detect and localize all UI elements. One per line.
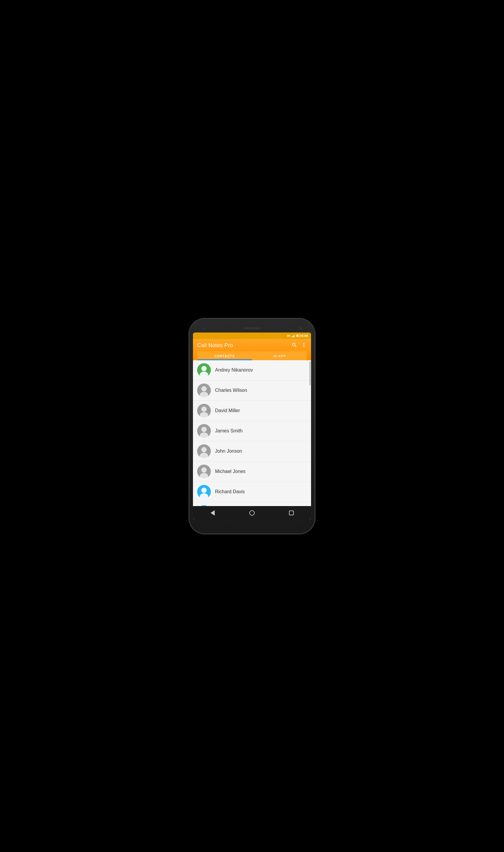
scrollbar[interactable] bbox=[309, 360, 310, 506]
phone-screen: 3G 6:08 Call Notes Pro bbox=[193, 332, 311, 520]
svg-point-7 bbox=[200, 432, 208, 438]
scrollbar-thumb bbox=[309, 361, 310, 385]
svg-point-9 bbox=[200, 453, 208, 458]
status-bar: 3G 6:08 bbox=[193, 332, 311, 339]
status-icons: 3G 6:08 bbox=[287, 334, 308, 338]
list-item[interactable] bbox=[193, 502, 311, 506]
back-icon bbox=[211, 510, 215, 515]
recents-button[interactable] bbox=[285, 508, 297, 518]
svg-point-0 bbox=[201, 366, 207, 371]
toolbar-icons bbox=[291, 342, 307, 349]
home-button[interactable] bbox=[246, 508, 258, 518]
list-item[interactable]: Andrey Nikanorov bbox=[193, 360, 311, 381]
app-title: Call Notes Pro bbox=[197, 342, 233, 349]
avatar bbox=[197, 383, 211, 397]
avatar bbox=[197, 424, 211, 438]
battery-icon bbox=[296, 334, 300, 337]
clock: 6:08 bbox=[302, 334, 308, 338]
contact-name: Charles Wilson bbox=[215, 388, 247, 393]
phone-top-bar bbox=[193, 324, 311, 332]
list-item[interactable]: James Smith bbox=[193, 421, 311, 441]
svg-point-8 bbox=[201, 447, 207, 452]
list-item[interactable]: David Miller bbox=[193, 401, 311, 421]
contact-name: David Miller bbox=[215, 408, 240, 413]
avatar bbox=[197, 465, 211, 478]
contact-list[interactable]: Andrey Nikanorov Charles Wilson bbox=[193, 360, 311, 506]
avatar bbox=[197, 363, 211, 377]
front-camera bbox=[202, 327, 205, 330]
home-icon bbox=[249, 510, 255, 515]
avatar bbox=[197, 505, 211, 506]
list-item[interactable]: John Jonson bbox=[193, 441, 311, 461]
avatar bbox=[197, 404, 211, 417]
contact-name: John Jonson bbox=[215, 449, 242, 454]
contact-name: James Smith bbox=[215, 428, 242, 434]
app-bar-top: Call Notes Pro bbox=[197, 342, 307, 349]
contact-name: Michael Jones bbox=[215, 469, 246, 474]
avatar bbox=[197, 485, 211, 498]
app-bar: Call Notes Pro bbox=[193, 339, 311, 360]
back-button[interactable] bbox=[207, 508, 219, 518]
list-item[interactable]: Charles Wilson bbox=[193, 381, 311, 401]
signal-icon bbox=[292, 334, 295, 337]
svg-point-3 bbox=[200, 392, 208, 397]
search-icon[interactable] bbox=[291, 342, 297, 349]
svg-point-12 bbox=[201, 488, 207, 493]
svg-point-11 bbox=[200, 473, 208, 478]
tab-bar: CONTACTS IN-APP bbox=[197, 351, 307, 360]
phone-device: 3G 6:08 Call Notes Pro bbox=[190, 319, 314, 533]
tab-contacts[interactable]: CONTACTS bbox=[197, 351, 252, 360]
svg-point-4 bbox=[201, 406, 207, 412]
list-item[interactable]: Michael Jones bbox=[193, 461, 311, 482]
network-label: 3G bbox=[287, 334, 290, 337]
svg-point-5 bbox=[200, 412, 208, 417]
navigation-bar bbox=[193, 506, 311, 520]
contact-name: Richard Davis bbox=[215, 489, 245, 494]
contact-name: Andrey Nikanorov bbox=[215, 367, 253, 373]
recents-icon bbox=[289, 510, 294, 515]
earpiece-speaker bbox=[243, 327, 261, 330]
list-item[interactable]: Richard Davis bbox=[193, 482, 311, 502]
overflow-menu-icon[interactable] bbox=[301, 342, 307, 349]
svg-point-13 bbox=[200, 493, 208, 498]
svg-point-2 bbox=[201, 386, 207, 392]
tab-inapp[interactable]: IN-APP bbox=[252, 351, 307, 360]
sensor bbox=[299, 327, 302, 330]
svg-point-10 bbox=[201, 467, 207, 473]
svg-point-6 bbox=[201, 427, 207, 432]
avatar bbox=[197, 445, 211, 458]
svg-point-1 bbox=[200, 371, 208, 377]
